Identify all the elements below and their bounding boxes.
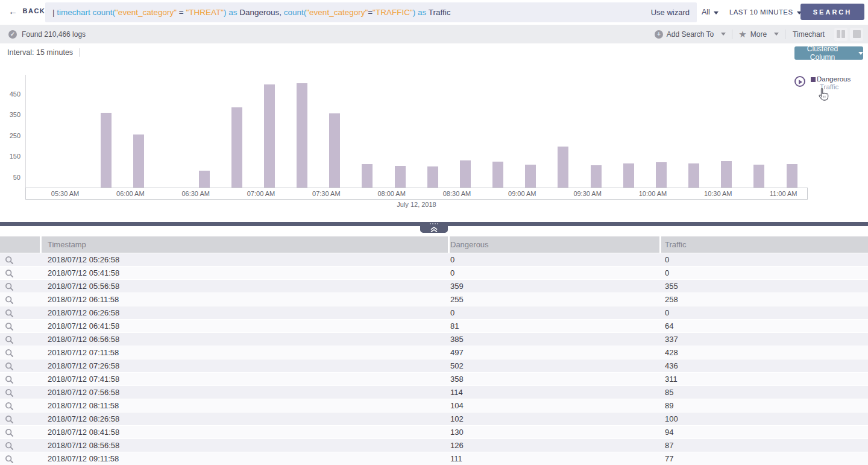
collapse-chart-button[interactable] [420, 222, 448, 233]
add-search-to-button[interactable]: + Add Search To [649, 30, 732, 39]
search-query-input[interactable]: | timechart count("event_category" = "TH… [45, 2, 697, 22]
table-row: 2018/07/12 05:26:5800 [0, 253, 868, 267]
table-row: 2018/07/12 06:26:5800 [0, 306, 868, 320]
table-row: 2018/07/12 08:41:5813094 [0, 426, 868, 439]
cell-traffic: 94 [661, 426, 868, 439]
legend-label: Dangerous [817, 75, 851, 83]
row-search-button[interactable] [0, 346, 42, 359]
column-chart-view-icon[interactable] [834, 28, 848, 41]
cell-traffic: 100 [661, 413, 868, 426]
cell-dangerous: 111 [450, 452, 661, 465]
back-button[interactable]: ← BACK [8, 7, 45, 14]
magnifier-icon [5, 349, 14, 358]
cell-timestamp: 2018/07/12 06:26:58 [42, 306, 450, 320]
cell-dangerous: 385 [450, 333, 661, 346]
row-search-button[interactable] [0, 386, 42, 399]
bar[interactable] [721, 161, 732, 188]
header-cell-traffic: Traffic [661, 236, 868, 253]
cell-timestamp: 2018/07/12 09:11:58 [42, 452, 450, 465]
row-search-button[interactable] [0, 306, 42, 320]
magnifier-icon [5, 428, 14, 437]
bar[interactable] [427, 166, 438, 188]
magnifier-icon [5, 402, 14, 411]
time-range-dropdown[interactable]: LAST 10 MINUTES [729, 8, 802, 16]
row-search-button[interactable] [0, 359, 42, 373]
x-tick-label: 10:00 AM [639, 190, 667, 197]
cell-traffic: 258 [661, 293, 868, 306]
bar[interactable] [199, 171, 210, 188]
cell-timestamp: 2018/07/12 05:26:58 [42, 253, 450, 267]
bar[interactable] [753, 165, 764, 188]
bar[interactable] [525, 165, 536, 188]
bar[interactable] [787, 164, 797, 188]
bar[interactable] [395, 166, 406, 188]
bar[interactable] [656, 162, 667, 188]
row-search-button[interactable] [0, 320, 42, 333]
table-row: 2018/07/12 07:41:58358311 [0, 373, 868, 386]
table-row: 2018/07/12 07:11:58497428 [0, 346, 868, 359]
magnifier-icon [5, 296, 14, 305]
chevron-down-icon [858, 52, 863, 55]
bar[interactable] [362, 164, 373, 188]
bar[interactable] [623, 163, 634, 188]
scope-dropdown[interactable]: All [702, 8, 719, 16]
row-search-button[interactable] [0, 426, 42, 439]
row-search-button[interactable] [0, 280, 42, 293]
y-tick-label: 450 [0, 90, 20, 98]
bar[interactable] [101, 113, 112, 188]
bar[interactable] [329, 113, 340, 188]
magnifier-icon [5, 309, 14, 318]
x-tick-label: 09:30 AM [573, 190, 601, 197]
chart-type-dropdown[interactable]: Clustered Column [794, 46, 863, 60]
y-axis-line [25, 75, 26, 188]
legend-item-dangerous[interactable]: Dangerous [811, 75, 851, 83]
use-wizard-link[interactable]: Use wizard [651, 8, 690, 17]
search-button[interactable]: SEARCH [800, 4, 864, 20]
bar[interactable] [460, 160, 471, 188]
row-search-button[interactable] [0, 253, 42, 267]
row-search-button[interactable] [0, 267, 42, 280]
row-search-button[interactable] [0, 399, 42, 413]
row-search-button[interactable] [0, 439, 42, 452]
bar[interactable] [688, 163, 699, 188]
row-search-button[interactable] [0, 333, 42, 346]
cell-traffic: 64 [661, 320, 868, 333]
more-button[interactable]: ★ More [732, 30, 785, 39]
row-search-button[interactable] [0, 452, 42, 465]
query-token: timechart [57, 8, 92, 17]
cell-dangerous: 0 [450, 253, 661, 267]
bar[interactable] [264, 84, 275, 188]
cell-timestamp: 2018/07/12 06:11:58 [42, 293, 450, 306]
query-token: as [226, 8, 239, 17]
x-tick-label: 10:30 AM [704, 190, 732, 197]
row-search-button[interactable] [0, 373, 42, 386]
results-toolbar: ✓ Found 210,466 logs + Add Search To ★ M… [0, 25, 868, 43]
chevron-down-icon [774, 33, 779, 36]
header-cell-icon-column [0, 236, 42, 253]
cell-traffic: 337 [661, 333, 868, 346]
bar[interactable] [297, 83, 307, 188]
bar[interactable] [558, 147, 568, 188]
bar[interactable] [133, 134, 144, 188]
query-token: "event_category" [306, 8, 368, 17]
table-row: 2018/07/12 09:11:5811177 [0, 452, 868, 465]
cell-traffic: 0 [661, 253, 868, 267]
query-token: as [415, 8, 429, 17]
row-search-button[interactable] [0, 293, 42, 306]
cell-traffic: 355 [661, 280, 868, 293]
cell-timestamp: 2018/07/12 07:41:58 [42, 373, 450, 386]
grip-dots-icon [420, 223, 448, 224]
legend-item-traffic[interactable]: Traffic [820, 83, 851, 91]
table-row: 2018/07/12 05:41:5800 [0, 267, 868, 280]
row-search-button[interactable] [0, 413, 42, 426]
bar[interactable] [591, 165, 602, 188]
legend-label: Traffic [820, 83, 838, 91]
magnifier-icon [5, 455, 14, 464]
grid-view-icon[interactable] [850, 28, 863, 41]
bar[interactable] [492, 162, 503, 188]
magnifier-icon [5, 415, 14, 424]
result-status: ✓ Found 210,466 logs [8, 25, 86, 43]
bar[interactable] [231, 107, 242, 188]
check-circle-icon: ✓ [8, 30, 17, 39]
play-circle-icon[interactable] [794, 76, 805, 87]
